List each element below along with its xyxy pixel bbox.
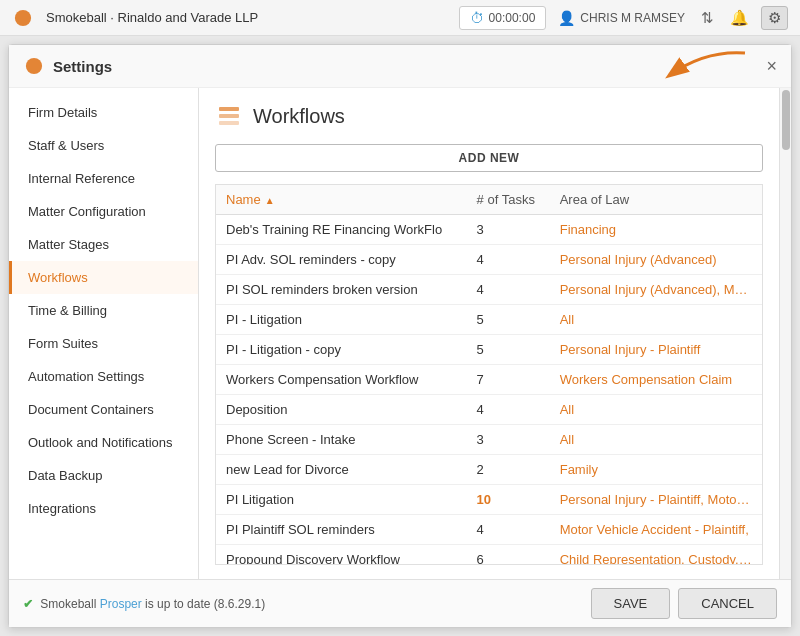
sidebar-item-automation-settings[interactable]: Automation Settings — [9, 360, 198, 393]
workflows-icon — [215, 102, 243, 130]
dialog-header: Settings × — [9, 45, 791, 88]
user-icon: 👤 — [558, 10, 575, 26]
sidebar-item-data-backup[interactable]: Data Backup — [9, 459, 198, 492]
dialog-body: Firm DetailsStaff & UsersInternal Refere… — [9, 88, 791, 579]
workflow-tasks: 10 — [467, 485, 550, 515]
table-row[interactable]: PI Litigation10Personal Injury - Plainti… — [216, 485, 762, 515]
save-button[interactable]: SAVE — [591, 588, 671, 619]
workflow-area[interactable]: Workers Compensation Claim — [550, 365, 762, 395]
status-link[interactable]: Prosper — [100, 597, 142, 611]
table-row[interactable]: PI - Litigation5All — [216, 305, 762, 335]
table-row[interactable]: Phone Screen - Intake3All — [216, 425, 762, 455]
user-info: 👤 CHRIS M RAMSEY — [558, 10, 685, 26]
workflow-name: PI - Litigation - copy — [216, 335, 467, 365]
workflow-name: PI Adv. SOL reminders - copy — [216, 245, 467, 275]
workflow-area[interactable]: Personal Injury - Plaintiff, Motor V — [550, 485, 762, 515]
svg-rect-3 — [219, 107, 239, 111]
status-check-icon: ✔ — [23, 597, 33, 611]
workflow-area[interactable]: Personal Injury - Plaintiff — [550, 335, 762, 365]
dialog-footer: ✔ Smokeball Prosper is up to date (8.6.2… — [9, 579, 791, 627]
svg-rect-4 — [219, 114, 239, 118]
bell-icon-button[interactable]: 🔔 — [726, 7, 753, 29]
workflow-area[interactable]: All — [550, 395, 762, 425]
svg-point-0 — [15, 9, 31, 25]
table-row[interactable]: new Lead for Divorce2Family — [216, 455, 762, 485]
workflow-name: Workers Compensation Workflow — [216, 365, 467, 395]
workflow-name: new Lead for Divorce — [216, 455, 467, 485]
sidebar-item-firm-details[interactable]: Firm Details — [9, 96, 198, 129]
page-header: Workflows — [215, 102, 763, 130]
table-row[interactable]: PI Adv. SOL reminders - copy4Personal In… — [216, 245, 762, 275]
workflow-area[interactable]: Personal Injury (Advanced), Motor — [550, 275, 762, 305]
scrollbar-thumb — [782, 90, 790, 150]
sidebar-item-staff---users[interactable]: Staff & Users — [9, 129, 198, 162]
timer-value: 00:00:00 — [489, 11, 536, 25]
workflow-tasks: 2 — [467, 455, 550, 485]
workflow-tasks: 3 — [467, 425, 550, 455]
top-bar-title: Smokeball · Rinaldo and Varade LLP — [46, 10, 447, 25]
sidebar-item-workflows[interactable]: Workflows — [9, 261, 198, 294]
workflows-table-container[interactable]: Name▲# of TasksArea of Law Deb's Trainin… — [215, 184, 763, 565]
sidebar-item-document-containers[interactable]: Document Containers — [9, 393, 198, 426]
workflow-tasks: 3 — [467, 215, 550, 245]
workflow-name: Phone Screen - Intake — [216, 425, 467, 455]
workflow-name: Propound Discovery Workflow — [216, 545, 467, 566]
workflow-tasks: 4 — [467, 275, 550, 305]
workflow-tasks: 4 — [467, 395, 550, 425]
col-header-area-of-law[interactable]: Area of Law — [550, 185, 762, 215]
sidebar-item-internal-reference[interactable]: Internal Reference — [9, 162, 198, 195]
scrollbar-track[interactable] — [779, 88, 791, 579]
top-icons: ⇅ 🔔 ⚙ — [697, 6, 788, 30]
add-new-button[interactable]: ADD NEW — [215, 144, 763, 172]
workflow-area[interactable]: Child Representation, Custody, Su — [550, 545, 762, 566]
sidebar-item-matter-configuration[interactable]: Matter Configuration — [9, 195, 198, 228]
sidebar-item-form-suites[interactable]: Form Suites — [9, 327, 198, 360]
top-bar: Smokeball · Rinaldo and Varade LLP ⏱ 00:… — [0, 0, 800, 36]
settings-dialog: Settings × Firm DetailsStaff & UsersInte… — [8, 44, 792, 628]
workflow-tasks: 7 — [467, 365, 550, 395]
workflow-area[interactable]: Financing — [550, 215, 762, 245]
workflow-name: PI Plaintiff SOL reminders — [216, 515, 467, 545]
page-title: Workflows — [253, 105, 345, 128]
workflow-area[interactable]: Family — [550, 455, 762, 485]
table-row[interactable]: PI Plaintiff SOL reminders4Motor Vehicle… — [216, 515, 762, 545]
cancel-button[interactable]: CANCEL — [678, 588, 777, 619]
workflow-tasks: 6 — [467, 545, 550, 566]
svg-point-2 — [26, 58, 42, 74]
table-row[interactable]: PI SOL reminders broken version4Personal… — [216, 275, 762, 305]
workflow-tasks: 5 — [467, 305, 550, 335]
timer-button[interactable]: ⏱ 00:00:00 — [459, 6, 547, 30]
table-row[interactable]: Propound Discovery Workflow6Child Repres… — [216, 545, 762, 566]
table-row[interactable]: Deb's Training RE Financing WorkFlo3Fina… — [216, 215, 762, 245]
dialog-logo — [23, 55, 45, 77]
workflow-area[interactable]: Motor Vehicle Accident - Plaintiff, — [550, 515, 762, 545]
status-version-text: is up to date (8.6.29.1) — [142, 597, 265, 611]
gear-icon-button[interactable]: ⚙ — [761, 6, 788, 30]
workflow-tasks: 4 — [467, 515, 550, 545]
sidebar-item-matter-stages[interactable]: Matter Stages — [9, 228, 198, 261]
col-header---of-tasks[interactable]: # of Tasks — [467, 185, 550, 215]
table-row[interactable]: PI - Litigation - copy5Personal Injury -… — [216, 335, 762, 365]
workflow-name: Deb's Training RE Financing WorkFlo — [216, 215, 467, 245]
col-header-name[interactable]: Name▲ — [216, 185, 467, 215]
workflows-table: Name▲# of TasksArea of Law Deb's Trainin… — [216, 185, 762, 565]
workflow-area[interactable]: All — [550, 425, 762, 455]
workflow-area[interactable]: All — [550, 305, 762, 335]
sort-icon-button[interactable]: ⇅ — [697, 7, 718, 29]
timer-icon: ⏱ — [470, 10, 484, 26]
table-row[interactable]: Deposition4All — [216, 395, 762, 425]
workflow-name: PI - Litigation — [216, 305, 467, 335]
sidebar: Firm DetailsStaff & UsersInternal Refere… — [9, 88, 199, 579]
username: CHRIS M RAMSEY — [580, 11, 685, 25]
sidebar-item-outlook-and-notifications[interactable]: Outlook and Notifications — [9, 426, 198, 459]
workflow-area[interactable]: Personal Injury (Advanced) — [550, 245, 762, 275]
workflow-name: PI Litigation — [216, 485, 467, 515]
smokeball-logo — [12, 7, 34, 29]
workflow-tasks: 5 — [467, 335, 550, 365]
workflow-name: PI SOL reminders broken version — [216, 275, 467, 305]
sidebar-item-time---billing[interactable]: Time & Billing — [9, 294, 198, 327]
close-button[interactable]: × — [766, 57, 777, 75]
table-row[interactable]: Workers Compensation Workflow7Workers Co… — [216, 365, 762, 395]
sidebar-item-integrations[interactable]: Integrations — [9, 492, 198, 525]
sort-arrow-icon: ▲ — [265, 195, 275, 206]
